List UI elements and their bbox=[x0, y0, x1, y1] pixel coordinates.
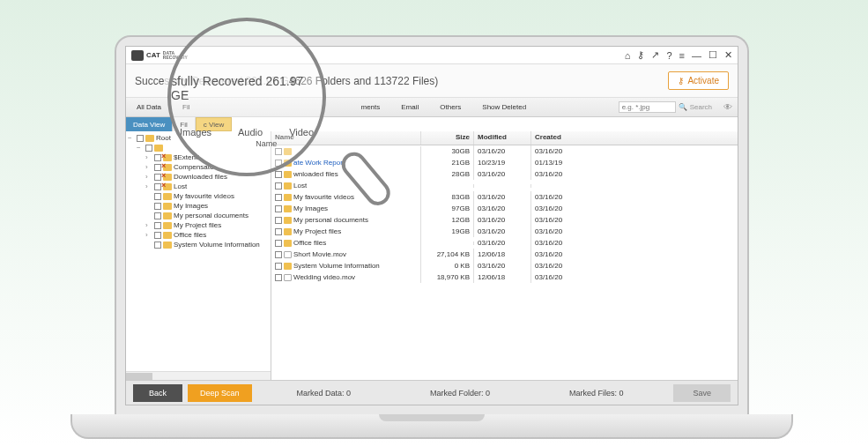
checkbox[interactable] bbox=[275, 160, 282, 167]
expand-icon[interactable]: › bbox=[145, 153, 152, 161]
folder-icon bbox=[163, 242, 172, 249]
tree-node[interactable]: ›Lost bbox=[128, 182, 269, 191]
checkbox[interactable] bbox=[154, 154, 161, 161]
marked-files-label: Marked Files: 0 bbox=[569, 389, 624, 398]
checkbox[interactable] bbox=[275, 171, 282, 178]
expand-icon[interactable]: − bbox=[137, 144, 144, 152]
filter-files[interactable]: Fil bbox=[172, 98, 200, 116]
home-icon[interactable]: ⌂ bbox=[625, 50, 631, 61]
filter-others[interactable]: Others bbox=[429, 98, 471, 116]
checkbox[interactable] bbox=[154, 232, 161, 239]
tree-node[interactable]: My Images bbox=[128, 201, 269, 211]
list-row[interactable]: Office files03/16/2003/16/20 bbox=[271, 237, 738, 249]
filter-email[interactable]: Email bbox=[390, 98, 429, 116]
filter-show-deleted[interactable]: Show Deleted bbox=[471, 98, 537, 116]
filter-bar: All Data Fil ments Email Others Show Del… bbox=[126, 98, 738, 117]
expand-icon[interactable]: › bbox=[145, 231, 152, 239]
tree-label: System Volume Information bbox=[174, 241, 260, 249]
list-row[interactable]: Short Movie.mov27,104 KB12/06/1803/16/20 bbox=[271, 249, 738, 260]
tree-label: Root bbox=[156, 134, 171, 142]
folder-tree[interactable]: −Root−›$Extend›Compensate›Downloaded fil… bbox=[126, 131, 271, 251]
list-row[interactable]: ate Work Report…21GB10/23/1901/13/19 bbox=[271, 157, 738, 168]
preview-toggle-icon[interactable]: 👁 bbox=[723, 102, 732, 112]
checkbox[interactable] bbox=[275, 148, 282, 155]
tree-scrollbar[interactable] bbox=[126, 371, 271, 380]
filter-documents[interactable]: ments bbox=[350, 98, 390, 116]
list-row[interactable]: 30GB03/16/2003/16/20 bbox=[271, 145, 738, 157]
deep-scan-button[interactable]: Deep Scan bbox=[188, 384, 252, 402]
filter-all[interactable]: All Data bbox=[126, 98, 172, 116]
col-modified[interactable]: Modified bbox=[474, 131, 531, 145]
tree-node[interactable]: −Root bbox=[128, 133, 269, 143]
checkbox[interactable] bbox=[275, 263, 282, 270]
menu-icon[interactable]: ≡ bbox=[679, 50, 685, 61]
list-row[interactable]: My Project files19GB03/16/2003/16/20 bbox=[271, 226, 738, 237]
search-input[interactable] bbox=[619, 101, 676, 113]
checkbox[interactable] bbox=[275, 194, 282, 201]
file-size: 83GB bbox=[421, 191, 474, 203]
tree-node[interactable]: My personal documents bbox=[128, 211, 269, 220]
checkbox[interactable] bbox=[154, 203, 161, 210]
file-list[interactable]: 30GB03/16/2003/16/20ate Work Report…21GB… bbox=[271, 145, 738, 380]
tree-node[interactable]: ›$Extend bbox=[128, 152, 269, 162]
share-icon[interactable]: ↗ bbox=[651, 49, 659, 61]
checkbox[interactable] bbox=[154, 183, 161, 190]
back-button[interactable]: Back bbox=[133, 384, 182, 402]
tree-node[interactable]: − bbox=[128, 143, 269, 152]
checkbox[interactable] bbox=[154, 174, 161, 181]
tree-node[interactable]: ›My Project files bbox=[128, 220, 269, 230]
file-modified: 03/16/20 bbox=[474, 203, 531, 214]
tree-node[interactable]: ›Compensate bbox=[128, 162, 269, 172]
list-row[interactable]: My personal documents12GB03/16/2003/16/2… bbox=[271, 214, 738, 226]
maximize-icon[interactable]: ☐ bbox=[708, 49, 717, 61]
help-icon[interactable]: ? bbox=[666, 50, 671, 61]
list-row[interactable]: My Images97GB03/16/2003/16/20 bbox=[271, 203, 738, 214]
list-row[interactable]: My favourite videos83GB03/16/2003/16/20 bbox=[271, 191, 738, 203]
tree-node[interactable]: ›Downloaded files bbox=[128, 172, 269, 182]
expand-icon[interactable]: › bbox=[145, 163, 152, 171]
checkbox[interactable] bbox=[154, 164, 161, 171]
list-row[interactable]: System Volume Information0 KB03/16/2003/… bbox=[271, 260, 738, 271]
checkbox[interactable] bbox=[137, 135, 144, 142]
key-icon[interactable]: ⚷ bbox=[637, 49, 644, 61]
search-icon[interactable]: 🔍 bbox=[679, 103, 687, 111]
checkbox[interactable] bbox=[145, 145, 152, 152]
expand-icon[interactable]: › bbox=[145, 182, 152, 190]
tree-node[interactable]: ›Office files bbox=[128, 230, 269, 240]
checkbox[interactable] bbox=[275, 182, 282, 190]
checkbox[interactable] bbox=[275, 205, 282, 212]
col-size[interactable]: Size bbox=[421, 131, 474, 145]
save-button[interactable]: Save bbox=[673, 384, 731, 402]
file-created: 03/16/20 bbox=[531, 203, 589, 214]
tab-data-view[interactable]: Data View bbox=[126, 117, 173, 131]
list-row[interactable]: wnloaded files28GB03/16/2003/16/20 bbox=[271, 168, 738, 180]
tab-file-view[interactable]: Fil bbox=[173, 117, 195, 131]
list-row[interactable]: Wedding video.mov18,970 KB12/06/1803/16/… bbox=[271, 271, 738, 283]
checkbox[interactable] bbox=[275, 228, 282, 235]
activate-button[interactable]: ⚷ Activate bbox=[668, 71, 729, 90]
checkbox[interactable] bbox=[275, 240, 282, 247]
expand-icon[interactable]: › bbox=[145, 221, 152, 229]
app-window: CAT DATA RECOVERY ⌂ ⚷ ↗ ? ≡ — ☐ ✕ Succes… bbox=[125, 46, 738, 405]
classic-view-badge[interactable]: c View bbox=[196, 117, 232, 131]
file-icon bbox=[284, 251, 292, 258]
file-modified: 03/16/20 bbox=[474, 214, 531, 226]
checkbox[interactable] bbox=[275, 217, 282, 224]
checkbox[interactable] bbox=[275, 251, 282, 258]
expand-icon[interactable]: › bbox=[145, 173, 152, 181]
checkbox[interactable] bbox=[154, 242, 161, 249]
checkbox[interactable] bbox=[154, 222, 161, 229]
checkbox[interactable] bbox=[154, 193, 161, 200]
folder-icon bbox=[163, 212, 172, 219]
checkbox[interactable] bbox=[275, 274, 282, 281]
col-name[interactable]: Name bbox=[271, 131, 421, 145]
col-created[interactable]: Created bbox=[531, 131, 589, 145]
scrollbar-thumb[interactable] bbox=[126, 373, 152, 380]
minimize-icon[interactable]: — bbox=[692, 50, 701, 61]
tree-node[interactable]: System Volume Information bbox=[128, 240, 269, 249]
list-row[interactable]: Lost bbox=[271, 180, 738, 191]
tree-node[interactable]: My favourite videos bbox=[128, 191, 269, 201]
expand-icon[interactable]: − bbox=[128, 134, 135, 142]
close-icon[interactable]: ✕ bbox=[724, 49, 732, 61]
checkbox[interactable] bbox=[154, 212, 161, 219]
